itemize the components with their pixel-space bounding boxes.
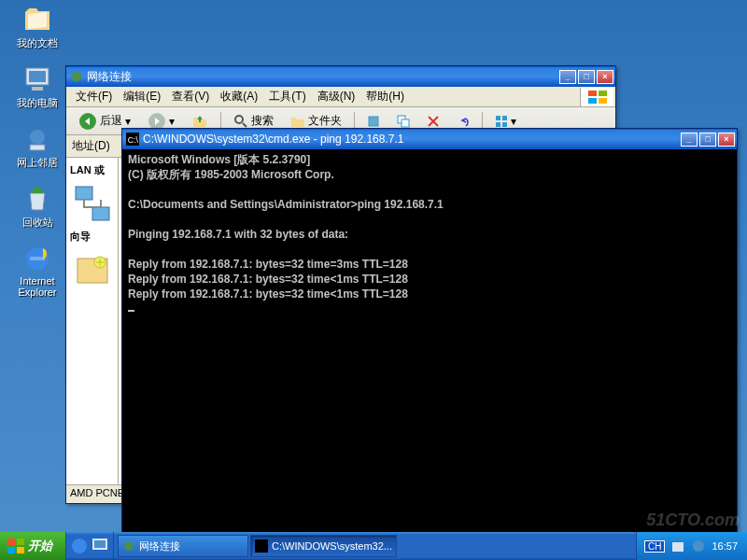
svg-rect-27	[7, 539, 15, 545]
titlebar[interactable]: C:\ C:\WINDOWS\system32\cmd.exe - ping 1…	[122, 129, 737, 149]
svg-rect-30	[17, 547, 24, 553]
svg-point-13	[235, 116, 243, 123]
desktop-icon-my-documents[interactable]: 我的文档	[9, 5, 65, 50]
line: Reply from 192.168.7.1: bytes=32 time<1m…	[128, 287, 408, 301]
taskbar: 开始 网络连接 C:\WINDOWS\system32... CH 16:57	[0, 532, 747, 560]
copy-icon	[397, 115, 410, 128]
language-indicator[interactable]: CH	[644, 540, 665, 553]
minimize-button[interactable]: _	[559, 70, 576, 84]
views-icon	[495, 115, 508, 128]
menu-tools[interactable]: 工具(T)	[263, 87, 311, 106]
svg-rect-36	[672, 542, 684, 552]
svg-rect-4	[30, 145, 45, 150]
tray-icon[interactable]	[691, 539, 706, 553]
desktop-icon-network-places[interactable]: 网上邻居	[9, 124, 65, 170]
svg-rect-17	[496, 116, 500, 120]
back-icon	[78, 112, 97, 131]
desktop-icon-my-computer[interactable]: 我的电脑	[9, 64, 65, 110]
maximize-button[interactable]: □	[699, 133, 716, 147]
svg-rect-18	[502, 116, 507, 120]
system-tray: CH 16:57	[636, 532, 747, 560]
titlebar[interactable]: 网络连接 _ □ ×	[66, 66, 615, 87]
icon-label: 回收站	[22, 217, 53, 228]
menu-edit[interactable]: 编辑(E)	[118, 87, 166, 106]
close-button[interactable]: ×	[597, 70, 613, 84]
svg-rect-16	[402, 119, 409, 127]
folder-icon	[22, 5, 52, 35]
svg-text:C:\: C:\	[128, 135, 139, 145]
quick-launch	[66, 532, 114, 560]
search-icon	[233, 114, 248, 129]
wizard-icon[interactable]	[72, 249, 113, 290]
menu-favorites[interactable]: 收藏(A)	[215, 87, 263, 106]
svg-rect-9	[588, 98, 597, 104]
svg-point-37	[693, 540, 704, 552]
menu-view[interactable]: 查看(V)	[166, 87, 215, 106]
terminal-output[interactable]: Microsoft Windows [版本 5.2.3790] (C) 版权所有…	[122, 149, 737, 538]
folder-up-icon	[191, 113, 208, 130]
menu-advanced[interactable]: 高级(N)	[312, 87, 361, 106]
window-title: 网络连接	[87, 69, 559, 85]
windows-logo-icon	[580, 88, 613, 106]
line: C:\Documents and Settings\Administrator>…	[128, 198, 444, 211]
recycle-icon	[22, 184, 52, 214]
svg-rect-7	[588, 91, 597, 96]
ie-icon	[22, 244, 52, 273]
line: Reply from 192.168.7.1: bytes=32 time<1m…	[128, 273, 408, 286]
window-title: C:\WINDOWS\system32\cmd.exe - ping 192.1…	[143, 133, 681, 146]
tray-icon[interactable]	[670, 539, 685, 553]
svg-rect-20	[502, 122, 507, 127]
network-icon	[70, 70, 83, 83]
svg-rect-21	[76, 187, 92, 200]
svg-rect-28	[17, 539, 24, 545]
section-header: LAN 或	[70, 163, 114, 177]
svg-rect-33	[94, 540, 106, 548]
windows-logo-icon	[7, 539, 24, 553]
task-buttons: 网络连接 C:\WINDOWS\system32...	[114, 535, 636, 557]
menu-help[interactable]: 帮助(H)	[360, 87, 410, 106]
maximize-button[interactable]: □	[578, 70, 595, 84]
task-button-network[interactable]: 网络连接	[118, 535, 248, 557]
svg-point-6	[72, 72, 82, 82]
cmd-icon	[255, 539, 268, 553]
svg-point-31	[72, 539, 87, 553]
section-header: 向导	[70, 230, 114, 244]
svg-point-34	[124, 541, 134, 551]
cursor	[128, 310, 134, 312]
task-button-cmd[interactable]: C:\WINDOWS\system32...	[250, 535, 397, 557]
icon-label: Internet Explorer	[19, 275, 57, 298]
svg-point-3	[30, 130, 45, 145]
icon-label: 我的文档	[17, 37, 58, 49]
ie-icon[interactable]	[70, 537, 89, 555]
start-button[interactable]: 开始	[0, 532, 66, 560]
delete-icon	[427, 115, 440, 128]
watermark: 51CTO.com	[646, 511, 740, 530]
folders-icon	[290, 114, 305, 129]
menu-file[interactable]: 文件(F)	[70, 87, 118, 106]
icon-label: 网上邻居	[17, 157, 58, 168]
lan-connection-icon[interactable]	[72, 183, 113, 224]
svg-rect-22	[92, 207, 109, 220]
menubar: 文件(F) 编辑(E) 查看(V) 收藏(A) 工具(T) 高级(N) 帮助(H…	[66, 87, 615, 107]
close-button[interactable]: ×	[718, 133, 735, 147]
clock[interactable]: 16:57	[712, 540, 738, 552]
svg-rect-19	[496, 122, 500, 127]
minimize-button[interactable]: _	[681, 133, 698, 147]
desktop-icon-recycle-bin[interactable]: 回收站	[9, 184, 65, 230]
svg-rect-1	[29, 71, 46, 82]
move-icon	[367, 115, 380, 128]
svg-rect-8	[599, 91, 607, 96]
icon-label: 我的电脑	[17, 97, 58, 108]
undo-icon	[457, 115, 470, 128]
line: (C) 版权所有 1985-2003 Microsoft Corp.	[128, 168, 334, 181]
svg-rect-14	[369, 117, 378, 126]
line: Pinging 192.168.7.1 with 32 bytes of dat…	[128, 228, 348, 241]
line: Microsoft Windows [版本 5.2.3790]	[128, 153, 310, 166]
desktop-icon-ie[interactable]: Internet Explorer	[9, 244, 65, 298]
show-desktop-icon[interactable]	[91, 537, 109, 555]
network-icon	[22, 124, 52, 154]
computer-icon	[22, 64, 52, 94]
svg-rect-35	[255, 539, 268, 553]
svg-rect-10	[599, 98, 607, 104]
svg-rect-2	[32, 87, 43, 91]
